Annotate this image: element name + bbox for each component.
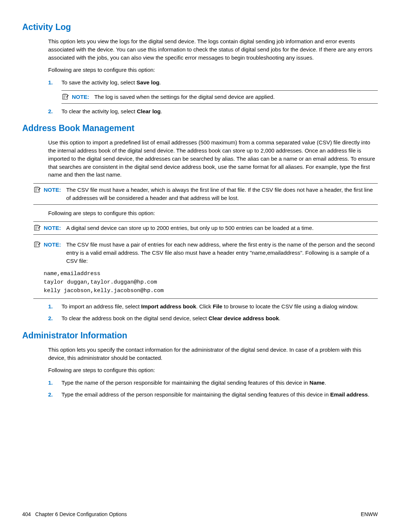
step-number: 2. [48,391,61,399]
text-span: . [161,108,162,114]
text-span: . [279,315,280,321]
note-text: The CSV file must have a header, which i… [66,186,378,202]
bold-text: Name [310,379,325,386]
address-book-para-1: Use this option to import a predefined l… [48,138,378,179]
address-book-steps-wrap: 1. To import an address file, select Imp… [48,302,378,322]
note-text: The CSV file must have a pair of entries… [66,241,378,265]
code-line: taylor duggan,taylor.duggan@hp.com [44,279,378,285]
address-book-body-2: Following are steps to configure this op… [48,209,378,217]
step-text: Type the name of the person responsible … [61,379,378,387]
address-book-para-2: Following are steps to configure this op… [48,209,378,217]
step-text: To save the activity log, select Save lo… [61,78,378,87]
activity-log-steps: 1. To save the activity log, select Save… [48,78,378,87]
list-item: 2. To clear the activity log, select Cle… [48,107,378,116]
admin-info-steps: 1. Type the name of the person responsib… [48,379,378,399]
code-line: kelly jacobson,kelly.jacobson@hp.com [44,288,378,294]
note-icon [33,186,41,193]
footer-right: ENWW [361,511,378,517]
step-number: 1. [48,379,61,387]
list-item: 1. To import an address file, select Imp… [48,302,378,311]
list-item: 1. To save the activity log, select Save… [48,78,378,87]
activity-log-para-1: This option lets you view the logs for t… [48,37,378,61]
note-icon [61,93,70,100]
note-text: The log is saved when the settings for t… [94,93,378,101]
address-book-steps: 1. To import an address file, select Imp… [48,302,378,322]
text-span: Type the email address of the person res… [61,391,330,398]
code-sample: name,emailaddress taylor duggan,taylor.d… [33,271,378,299]
bold-text: Clear device address book [209,315,279,321]
bold-text: Import address book [141,303,196,310]
admin-info-body: This option lets you specify the contact… [48,346,378,399]
note-label: NOTE: [72,93,89,101]
note-label: NOTE: [44,186,61,194]
page-footer: 404 Chapter 6 Device Configuration Optio… [22,511,378,517]
step-number: 1. [48,78,61,87]
bold-text: Clear log [137,108,160,114]
step-text: To clear the address book on the digital… [61,314,378,322]
step-text: Type the email address of the person res… [61,391,378,399]
footer-left: 404 Chapter 6 Device Configuration Optio… [22,511,127,517]
chapter-title: Chapter 6 Device Configuration Options [35,511,127,517]
text-span: . [159,79,161,86]
step-text: To import an address file, select Import… [61,302,378,311]
heading-administrator-information: Administrator Information [22,331,378,341]
list-item: 2. Type the email address of the person … [48,391,378,399]
step-text: To clear the activity log, select Clear … [61,107,378,116]
note-icon [33,241,41,248]
note-icon [33,224,41,231]
note-box: NOTE: A digital send device can store up… [33,221,378,235]
list-item: 1. Type the name of the person responsib… [48,379,378,387]
bold-text: Save log [137,79,160,86]
text-span: to browse to locate the CSV file using a… [222,303,359,310]
nested-note-wrapper: NOTE: The log is saved when the settings… [61,90,378,104]
activity-log-para-2: Following are steps to configure this op… [48,66,378,74]
code-line: name,emailaddress [44,271,378,277]
text-span: Type the name of the person responsible … [61,379,310,386]
note-box: NOTE: The CSV file must have a header, w… [33,183,378,205]
admin-info-para-1: This option lets you specify the contact… [48,346,378,362]
document-page: Activity Log This option lets you view t… [0,0,400,532]
note-label: NOTE: [44,224,61,232]
text-span: . Click [196,303,213,310]
note-box: NOTE: The log is saved when the settings… [61,90,378,104]
note-label: NOTE: [44,241,61,249]
address-book-note-stack: NOTE: A digital send device can store up… [33,221,378,299]
bold-text: Email address [330,391,368,398]
bold-text: File [213,303,222,310]
text-span: . [324,379,326,386]
address-book-notes: NOTE: The CSV file must have a header, w… [33,183,378,205]
text-span: . [368,391,369,398]
list-item: 2. To clear the address book on the digi… [48,314,378,322]
activity-log-body: This option lets you view the logs for t… [48,37,378,115]
admin-info-para-2: Following are steps to configure this op… [48,366,378,374]
heading-address-book: Address Book Management [22,123,378,133]
page-number: 404 [22,511,31,517]
step-number: 2. [48,314,61,322]
note-box: NOTE: The CSV file must have a pair of e… [33,238,378,267]
step-number: 1. [48,302,61,311]
activity-log-steps-cont: 2. To clear the activity log, select Cle… [48,107,378,116]
step-number: 2. [48,107,61,116]
heading-activity-log: Activity Log [22,22,378,32]
text-span: To clear the address book on the digital… [61,315,209,321]
address-book-body: Use this option to import a predefined l… [48,138,378,179]
text-span: To import an address file, select [61,303,141,310]
note-text: A digital send device can store up to 20… [66,224,378,232]
text-span: To save the activity log, select [61,79,137,86]
text-span: To clear the activity log, select [61,108,137,114]
